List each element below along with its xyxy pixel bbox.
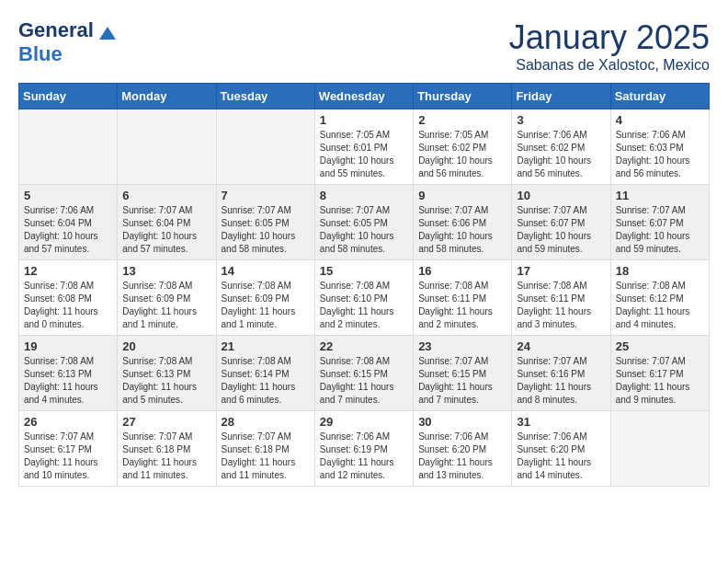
day-info: Sunrise: 7:06 AMSunset: 6:02 PMDaylight:…: [517, 129, 605, 180]
day-info: Sunrise: 7:06 AMSunset: 6:19 PMDaylight:…: [320, 431, 408, 482]
day-number: 19: [24, 339, 112, 353]
day-info: Sunrise: 7:07 AMSunset: 6:17 PMDaylight:…: [24, 431, 112, 482]
calendar-cell: 1Sunrise: 7:05 AMSunset: 6:01 PMDaylight…: [314, 109, 413, 185]
calendar-cell: [19, 109, 118, 185]
day-info: Sunrise: 7:08 AMSunset: 6:11 PMDaylight:…: [517, 280, 605, 331]
calendar-cell: 26Sunrise: 7:07 AMSunset: 6:17 PMDayligh…: [19, 411, 118, 487]
day-number: 16: [418, 264, 506, 278]
day-info: Sunrise: 7:08 AMSunset: 6:09 PMDaylight:…: [222, 280, 310, 331]
calendar-cell: 4Sunrise: 7:06 AMSunset: 6:03 PMDaylight…: [610, 109, 709, 185]
logo-blue: Blue: [18, 42, 63, 65]
calendar-cell: 8Sunrise: 7:07 AMSunset: 6:05 PMDaylight…: [314, 185, 413, 260]
weekday-header-thursday: Thursday: [414, 84, 512, 109]
weekday-header-row: SundayMondayTuesdayWednesdayThursdayFrid…: [19, 84, 710, 109]
calendar-cell: 14Sunrise: 7:08 AMSunset: 6:09 PMDayligh…: [216, 260, 314, 336]
day-info: Sunrise: 7:06 AMSunset: 6:20 PMDaylight:…: [418, 431, 506, 482]
day-number: 9: [418, 189, 506, 202]
day-info: Sunrise: 7:07 AMSunset: 6:15 PMDaylight:…: [418, 355, 506, 407]
location-title: Sabanas de Xalostoc, Mexico: [509, 57, 710, 74]
day-number: 17: [517, 264, 605, 278]
day-info: Sunrise: 7:07 AMSunset: 6:05 PMDaylight:…: [222, 204, 310, 256]
day-info: Sunrise: 7:08 AMSunset: 6:08 PMDaylight:…: [24, 280, 112, 331]
calendar-cell: 18Sunrise: 7:08 AMSunset: 6:12 PMDayligh…: [610, 260, 709, 336]
calendar-cell: 15Sunrise: 7:08 AMSunset: 6:10 PMDayligh…: [314, 260, 413, 336]
day-info: Sunrise: 7:07 AMSunset: 6:07 PMDaylight:…: [517, 204, 605, 256]
day-info: Sunrise: 7:05 AMSunset: 6:02 PMDaylight:…: [418, 129, 506, 180]
day-number: 13: [122, 264, 210, 278]
calendar-cell: 30Sunrise: 7:06 AMSunset: 6:20 PMDayligh…: [414, 411, 512, 487]
month-title: January 2025: [509, 18, 710, 57]
calendar-week-row: 26Sunrise: 7:07 AMSunset: 6:17 PMDayligh…: [19, 411, 710, 487]
logo-icon: [99, 27, 116, 40]
day-number: 8: [320, 189, 408, 202]
day-info: Sunrise: 7:08 AMSunset: 6:13 PMDaylight:…: [122, 355, 210, 407]
day-number: 21: [222, 339, 310, 353]
calendar-cell: 3Sunrise: 7:06 AMSunset: 6:02 PMDaylight…: [512, 109, 610, 185]
calendar-cell: 2Sunrise: 7:05 AMSunset: 6:02 PMDaylight…: [414, 109, 512, 185]
weekday-header-wednesday: Wednesday: [314, 84, 413, 109]
day-number: 12: [24, 264, 112, 278]
calendar-cell: 27Sunrise: 7:07 AMSunset: 6:18 PMDayligh…: [118, 411, 216, 487]
day-info: Sunrise: 7:07 AMSunset: 6:06 PMDaylight:…: [418, 204, 506, 256]
day-number: 31: [517, 415, 605, 429]
day-info: Sunrise: 7:07 AMSunset: 6:18 PMDaylight:…: [122, 431, 210, 482]
calendar-cell: 12Sunrise: 7:08 AMSunset: 6:08 PMDayligh…: [19, 260, 118, 336]
day-number: 23: [418, 339, 506, 353]
day-info: Sunrise: 7:07 AMSunset: 6:05 PMDaylight:…: [320, 204, 408, 256]
day-number: 5: [24, 189, 112, 202]
day-number: 29: [320, 415, 408, 429]
day-number: 7: [222, 189, 310, 202]
calendar-cell: [216, 109, 314, 185]
weekday-header-tuesday: Tuesday: [216, 84, 314, 109]
day-info: Sunrise: 7:07 AMSunset: 6:04 PMDaylight:…: [122, 204, 210, 256]
weekday-header-friday: Friday: [512, 84, 610, 109]
calendar-cell: 16Sunrise: 7:08 AMSunset: 6:11 PMDayligh…: [414, 260, 512, 336]
day-info: Sunrise: 7:07 AMSunset: 6:18 PMDaylight:…: [222, 431, 310, 482]
calendar-cell: 17Sunrise: 7:08 AMSunset: 6:11 PMDayligh…: [512, 260, 610, 336]
day-number: 25: [616, 339, 704, 353]
day-number: 27: [122, 415, 210, 429]
day-info: Sunrise: 7:05 AMSunset: 6:01 PMDaylight:…: [320, 129, 408, 180]
day-number: 30: [418, 415, 506, 429]
calendar-cell: 19Sunrise: 7:08 AMSunset: 6:13 PMDayligh…: [19, 336, 118, 411]
day-info: Sunrise: 7:06 AMSunset: 6:03 PMDaylight:…: [616, 129, 704, 180]
calendar-cell: [118, 109, 216, 185]
day-number: 26: [24, 415, 112, 429]
day-info: Sunrise: 7:07 AMSunset: 6:17 PMDaylight:…: [616, 355, 704, 407]
svg-marker-0: [99, 27, 116, 40]
calendar-cell: 28Sunrise: 7:07 AMSunset: 6:18 PMDayligh…: [216, 411, 314, 487]
day-number: 24: [517, 339, 605, 353]
calendar-table: SundayMondayTuesdayWednesdayThursdayFrid…: [18, 83, 710, 487]
logo-general: General: [18, 18, 94, 41]
day-number: 11: [616, 189, 704, 202]
day-number: 22: [320, 339, 408, 353]
day-number: 10: [517, 189, 605, 202]
calendar-cell: 7Sunrise: 7:07 AMSunset: 6:05 PMDaylight…: [216, 185, 314, 260]
day-info: Sunrise: 7:07 AMSunset: 6:07 PMDaylight:…: [616, 204, 704, 256]
calendar-cell: 31Sunrise: 7:06 AMSunset: 6:20 PMDayligh…: [512, 411, 610, 487]
calendar-week-row: 12Sunrise: 7:08 AMSunset: 6:08 PMDayligh…: [19, 260, 710, 336]
weekday-header-saturday: Saturday: [610, 84, 709, 109]
day-info: Sunrise: 7:08 AMSunset: 6:13 PMDaylight:…: [24, 355, 112, 407]
day-number: 4: [616, 113, 704, 127]
weekday-header-monday: Monday: [118, 84, 216, 109]
calendar-cell: [610, 411, 709, 487]
day-number: 1: [320, 113, 408, 127]
calendar-cell: 21Sunrise: 7:08 AMSunset: 6:14 PMDayligh…: [216, 336, 314, 411]
calendar-cell: 20Sunrise: 7:08 AMSunset: 6:13 PMDayligh…: [118, 336, 216, 411]
day-info: Sunrise: 7:08 AMSunset: 6:10 PMDaylight:…: [320, 280, 408, 331]
day-info: Sunrise: 7:08 AMSunset: 6:12 PMDaylight:…: [616, 280, 704, 331]
calendar-cell: 25Sunrise: 7:07 AMSunset: 6:17 PMDayligh…: [610, 336, 709, 411]
calendar-week-row: 19Sunrise: 7:08 AMSunset: 6:13 PMDayligh…: [19, 336, 710, 411]
calendar-cell: 23Sunrise: 7:07 AMSunset: 6:15 PMDayligh…: [414, 336, 512, 411]
day-number: 14: [222, 264, 310, 278]
logo: General Blue: [18, 18, 116, 66]
calendar-week-row: 5Sunrise: 7:06 AMSunset: 6:04 PMDaylight…: [19, 185, 710, 260]
day-info: Sunrise: 7:08 AMSunset: 6:11 PMDaylight:…: [418, 280, 506, 331]
day-info: Sunrise: 7:06 AMSunset: 6:20 PMDaylight:…: [517, 431, 605, 482]
calendar-cell: 5Sunrise: 7:06 AMSunset: 6:04 PMDaylight…: [19, 185, 118, 260]
calendar-week-row: 1Sunrise: 7:05 AMSunset: 6:01 PMDaylight…: [19, 109, 710, 185]
day-info: Sunrise: 7:08 AMSunset: 6:09 PMDaylight:…: [122, 280, 210, 331]
day-number: 15: [320, 264, 408, 278]
calendar-cell: 6Sunrise: 7:07 AMSunset: 6:04 PMDaylight…: [118, 185, 216, 260]
